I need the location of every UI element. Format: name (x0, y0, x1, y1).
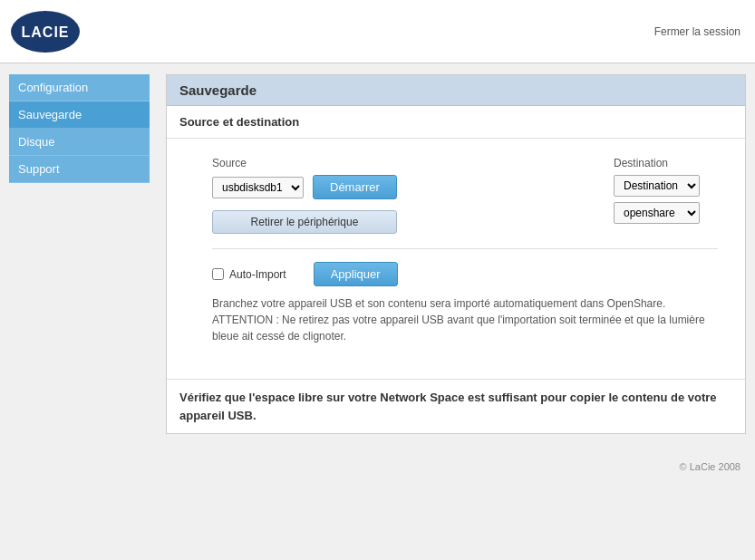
content-panel: Sauvegarde Source et destination Source … (166, 74, 746, 434)
footer: © LaCie 2008 (0, 452, 755, 481)
destination-select-top[interactable]: Destination (614, 175, 700, 197)
form-area: Source usbdisksdb1 Démarrer Retirer le p… (167, 139, 745, 362)
auto-import-checkbox[interactable] (212, 268, 224, 280)
auto-import-text: Auto-Import (229, 268, 286, 281)
content-title: Sauvegarde (167, 75, 745, 106)
warning-text: Vérifiez que l'espace libre sur votre Ne… (167, 379, 745, 433)
divider (212, 248, 718, 249)
source-select[interactable]: usbdisksdb1 (212, 177, 304, 198)
demarrer-button[interactable]: Démarrer (313, 175, 397, 199)
source-label: Source (212, 157, 397, 169)
auto-import-row: Auto-Import Appliquer (212, 262, 718, 286)
sidebar: Configuration Sauvegarde Disque Support (9, 74, 150, 434)
sidebar-item-sauvegarde[interactable]: Sauvegarde (9, 101, 150, 129)
auto-import-label[interactable]: Auto-Import (212, 268, 286, 281)
svg-text:LACIE: LACIE (22, 24, 70, 40)
sidebar-item-support[interactable]: Support (9, 156, 150, 183)
destination-select-bottom[interactable]: openshare (614, 202, 700, 224)
sidebar-item-configuration[interactable]: Configuration (9, 74, 150, 101)
main-layout: Configuration Sauvegarde Disque Support … (0, 74, 755, 434)
header: LACIE Fermer la session (0, 0, 755, 63)
copyright-text: © LaCie 2008 (680, 461, 740, 472)
destination-label: Destination (614, 157, 700, 169)
source-block: Source usbdisksdb1 Démarrer Retirer le p… (212, 157, 397, 234)
source-select-row: usbdisksdb1 Démarrer (212, 175, 397, 199)
appliquer-button[interactable]: Appliquer (314, 262, 398, 286)
info-line2: ATTENTION : Ne retirez pas votre apparei… (212, 312, 718, 344)
section-header: Source et destination (167, 106, 745, 139)
info-line1: Branchez votre appareil USB et son conte… (212, 295, 718, 312)
dest-block: Destination Destination openshare (614, 157, 718, 224)
retirer-button[interactable]: Retirer le périphérique (212, 210, 397, 234)
source-dest-row: Source usbdisksdb1 Démarrer Retirer le p… (212, 157, 718, 234)
logout-link[interactable]: Fermer la session (654, 25, 740, 38)
sidebar-item-disque[interactable]: Disque (9, 129, 150, 156)
info-text: Branchez votre appareil USB et son conte… (212, 295, 718, 344)
logo: LACIE (9, 9, 82, 54)
